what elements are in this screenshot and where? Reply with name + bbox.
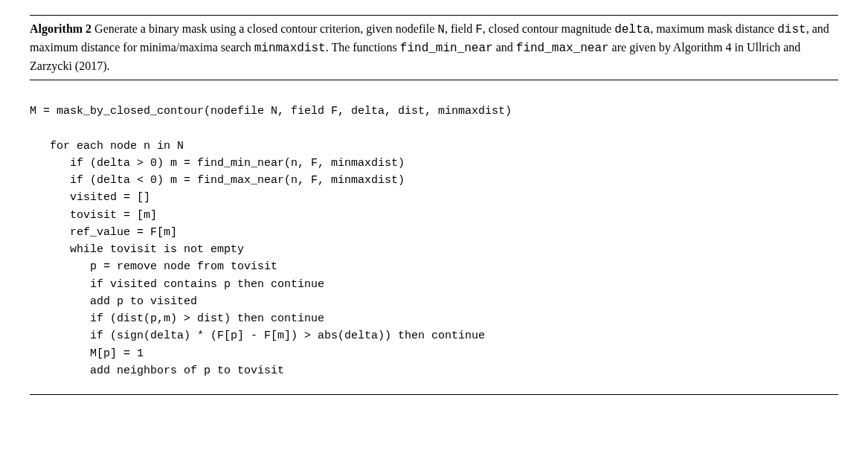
algorithm-block: Algorithm 2 Generate a binary mask using…: [30, 15, 838, 395]
algorithm-code: M = mask_by_closed_contour(nodefile N, f…: [30, 103, 838, 379]
algorithm-title: Algorithm 2: [30, 22, 91, 35]
algorithm-caption: Algorithm 2 Generate a binary mask using…: [30, 15, 838, 80]
caption-text: , field: [445, 22, 475, 35]
caption-text: Generate a binary mask using a closed co…: [91, 22, 437, 35]
code-token-N: N: [437, 23, 445, 36]
code-token-findmin: find_min_near: [400, 42, 493, 55]
code-token-delta: delta: [614, 23, 650, 36]
code-token-dist: dist: [777, 23, 806, 36]
code-token-F: F: [475, 23, 483, 36]
caption-text: . The functions: [326, 41, 400, 54]
algorithm-body: M = mask_by_closed_contour(nodefile N, f…: [30, 80, 838, 395]
caption-text: and: [493, 41, 516, 54]
code-token-findmax: find_max_near: [516, 42, 609, 55]
code-token-minmaxdist: minmaxdist: [254, 42, 326, 55]
caption-text: , closed contour magnitude: [483, 22, 614, 35]
caption-text: , maximum mask distance: [650, 22, 777, 35]
